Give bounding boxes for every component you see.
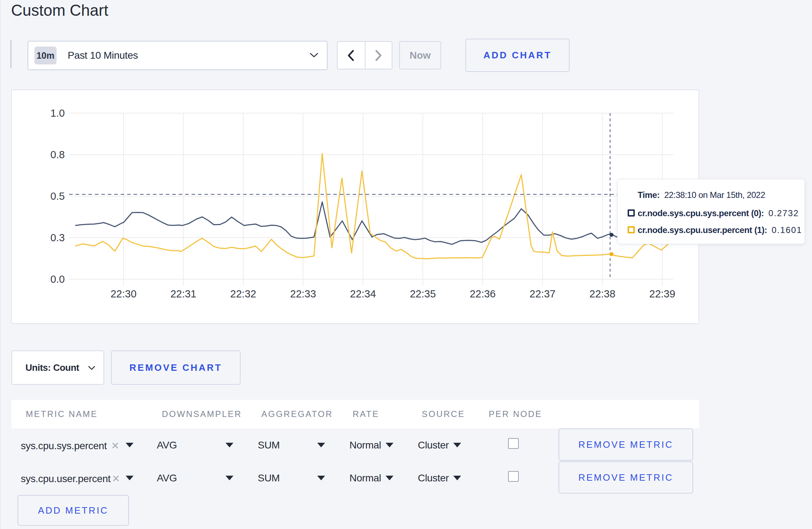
svg-text:0.5: 0.5: [50, 190, 65, 202]
svg-text:22:39: 22:39: [649, 288, 676, 300]
svg-text:1.0: 1.0: [50, 107, 65, 119]
svg-text:0.0: 0.0: [50, 273, 65, 285]
svg-text:22:37: 22:37: [530, 288, 556, 300]
svg-text:22:33: 22:33: [290, 288, 316, 300]
svg-text:0.8: 0.8: [50, 149, 65, 160]
svg-text:22:30: 22:30: [111, 288, 137, 300]
svg-text:22:35: 22:35: [410, 288, 436, 300]
svg-text:22:32: 22:32: [230, 288, 256, 300]
svg-text:22:31: 22:31: [170, 288, 197, 300]
svg-text:0.3: 0.3: [50, 232, 65, 243]
svg-text:22:36: 22:36: [470, 288, 496, 300]
svg-text:22:34: 22:34: [350, 288, 376, 300]
svg-text:22:38: 22:38: [589, 288, 615, 300]
